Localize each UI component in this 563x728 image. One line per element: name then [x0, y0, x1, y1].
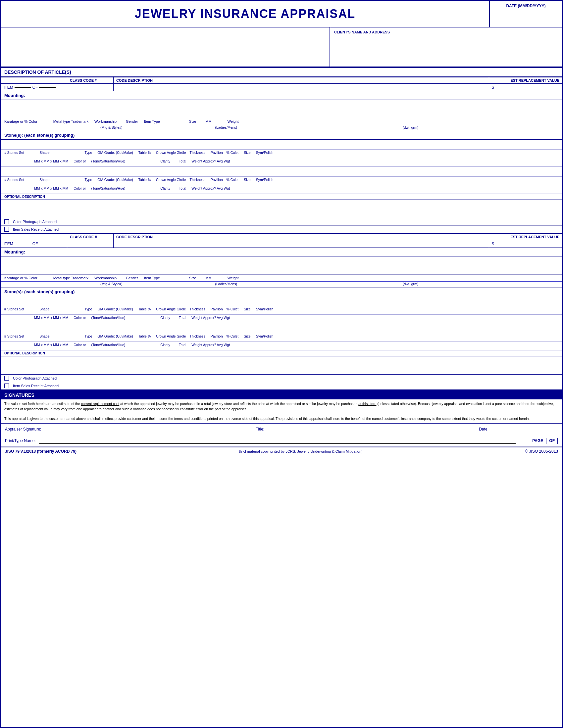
date-sig-line[interactable] [492, 426, 558, 432]
h-estval-1: EST REPLACEMENT VALUE [489, 77, 562, 83]
sh2-1e: Table % [138, 178, 151, 184]
stones-header-2a: # Stones Set Shape Type GIA Grade: (Cut/… [1, 306, 562, 315]
mfg-style-2: (Mfg & Style#) [100, 282, 122, 286]
sig-appraiser-row: Appraiser Signature: Title: Date: [1, 424, 562, 435]
item-number-2[interactable] [15, 244, 31, 244]
ss-1b: Color or [73, 159, 86, 165]
ss3-1d: Clarity [160, 316, 170, 322]
ss3-1f: Weight Approx? Avg Wgt [191, 316, 230, 322]
stone-space-2a [1, 296, 562, 306]
stone-space-1a [1, 140, 562, 150]
date-label: DATE (MM/DD/YYYY) [489, 1, 562, 27]
ss4-1f: Weight Approx? Avg Wgt [191, 343, 230, 349]
print-name-row: Print/Type Name: PAGE OF [1, 435, 562, 447]
checkbox-receipt-box-1[interactable] [4, 227, 9, 232]
ss2-1d: Clarity [160, 186, 170, 193]
title-sig-line[interactable] [267, 426, 476, 432]
item-label-2: ITEM [4, 242, 13, 246]
sh-1d: GIA Grade: (Cut/Make) [97, 151, 133, 157]
sh4-1h: Pavilion [211, 334, 223, 341]
sh3-1g: Thickness [189, 307, 205, 313]
sig-para-1: The values set forth herein are an estim… [1, 399, 562, 414]
gender-2: Gender [126, 276, 138, 280]
sh-1h: Pavilion [211, 151, 223, 157]
code-desc-input-1[interactable] [114, 84, 489, 91]
sh4-1i: % Culet [226, 334, 239, 341]
checkbox-photo-1: Color Photograph Attached [1, 218, 562, 226]
optional-desc-header-1: OPTIONAL DESCRIPTION [1, 194, 562, 200]
stones-grouping-label-2: Stone(s): (each stone(s) grouping) [4, 289, 74, 294]
checkbox-photo-box-1[interactable] [4, 219, 9, 224]
ladies-mens-2: (Ladies/Mens) [215, 282, 237, 286]
sh4-1c: Type [85, 334, 92, 341]
checkbox-receipt-box-2[interactable] [4, 384, 9, 388]
class-code-input-2[interactable] [67, 240, 114, 248]
stones-header-1b: # Stones Set Shape Type GIA Grade: (Cut/… [1, 177, 562, 185]
item-total-1[interactable] [39, 87, 56, 88]
description-section-header: DESCRIPTION OF ARTICLE(S) [1, 67, 562, 77]
h-classcode-2: CLASS CODE # [67, 234, 114, 240]
client-left-space [1, 27, 330, 67]
optional-desc-body-1 [1, 200, 562, 218]
ss4-1d: Clarity [160, 343, 170, 349]
sh4-1g: Thickness [189, 334, 205, 341]
ss2-1b: Color or [73, 186, 86, 193]
ladies-mens-1: (Ladies/Mens) [215, 125, 237, 129]
item-number-1[interactable] [15, 87, 31, 88]
page: JEWELRY INSURANCE APPRAISAL DATE (MM/DD/… [0, 0, 563, 728]
print-name-line[interactable] [39, 438, 516, 444]
item-cell-1: ITEM OF [1, 84, 67, 91]
sh-1k: Sym/Polish [256, 151, 273, 157]
karatage-sub-row-1: (Mfg & Style#) (Ladies/Mens) (dwt, grm) [1, 125, 562, 131]
ss2-1c: (Tone/Saturation/Hue) [91, 186, 125, 193]
checkbox-photo-box-2[interactable] [4, 376, 9, 381]
signatures-header: SIGNATURES [1, 391, 562, 399]
item-row-2: ITEM OF $ [1, 240, 562, 248]
ss2-1a: MM x MM x MM x MM [34, 186, 68, 193]
est-val-1: $ [489, 84, 562, 91]
ss3-1a: MM x MM x MM x MM [34, 316, 68, 322]
sh3-1i: % Culet [226, 307, 239, 313]
sh2-1c: Type [85, 178, 92, 184]
item-type-2: Item Type [144, 276, 160, 280]
sh-1b: Shape [39, 151, 49, 157]
page-title: JEWELRY INSURANCE APPRAISAL [1, 1, 489, 27]
class-code-header-row-1: CLASS CODE # CODE DESCRIPTION EST REPLAC… [1, 77, 562, 84]
sh-1i: % Culet [226, 151, 239, 157]
stones-sub-2b: MM x MM x MM x MM Color or (Tone/Saturat… [1, 342, 562, 350]
sh3-1a: # Stones Set [4, 307, 24, 313]
mounting-space-2 [1, 256, 562, 275]
code-desc-input-2[interactable] [114, 240, 489, 248]
checkbox-receipt-2: Item Sales Receipt Attached [1, 382, 562, 390]
of-number-line[interactable] [557, 438, 558, 444]
mounting-label-2: Mounting: [4, 250, 25, 254]
sh3-1f: Crown Angle Girdle [156, 307, 186, 313]
ss3-1e: Total [179, 316, 186, 322]
sh2-1d: GIA Grade: (Cut/Make) [97, 178, 133, 184]
item-cell-2: ITEM OF [1, 240, 67, 248]
ss-1e: Total [179, 159, 186, 165]
h-codedesc-1: CODE DESCRIPTION [114, 77, 489, 83]
page-number-line[interactable] [546, 438, 546, 444]
h-codedesc-2: CODE DESCRIPTION [114, 234, 489, 240]
stones-grouping-2: Stone(s): (each stone(s) grouping) [1, 288, 562, 296]
checkbox-photo-label-1: Color Photograph Attached [13, 220, 57, 224]
h-item-1 [1, 77, 67, 83]
appraiser-sig-line[interactable] [44, 426, 252, 432]
dwt-grm-1: (dwt, grm) [403, 125, 418, 129]
mm-2: MM [205, 276, 211, 280]
sh3-1c: Type [85, 307, 92, 313]
ss4-1a: MM x MM x MM x MM [34, 343, 68, 349]
of-label-2: OF [32, 242, 38, 246]
sh4-1b: Shape [39, 334, 49, 341]
footer-right: © JISO 2005-2013 [525, 449, 558, 454]
class-code-input-1[interactable] [67, 84, 114, 91]
page-label: PAGE [532, 438, 543, 443]
ss4-1c: (Tone/Saturation/Hue) [91, 343, 125, 349]
sh2-1b: Shape [39, 178, 49, 184]
class-code-header-row-2: CLASS CODE # CODE DESCRIPTION EST REPLAC… [1, 234, 562, 240]
item-total-2[interactable] [39, 244, 56, 244]
mm-1: MM [205, 119, 211, 123]
ss3-1c: (Tone/Saturation/Hue) [91, 316, 125, 322]
checkbox-receipt-label-2: Item Sales Receipt Attached [13, 384, 59, 388]
